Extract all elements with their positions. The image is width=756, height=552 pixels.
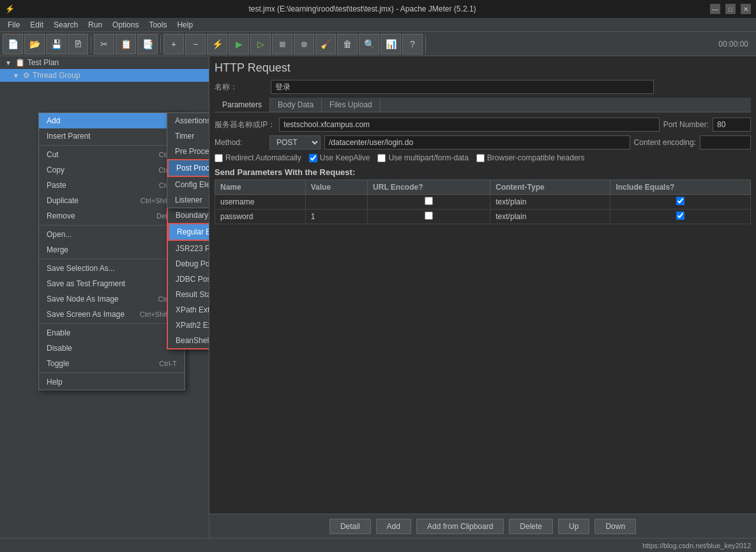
ctx-duplicate[interactable]: Duplicate Ctrl+Shift-C [39,193,185,208]
toolbar-cut[interactable]: ✂ [94,34,114,54]
toolbar-save-as[interactable]: 🖹 [68,34,88,54]
browser-headers-checkbox[interactable] [476,154,485,162]
content-enc-input[interactable] [700,135,751,150]
ctx-copy[interactable]: Copy Ctrl-C [39,162,185,178]
browser-headers-label: Browser-compatible headers [487,153,585,162]
add-from-clipboard-button[interactable]: Add from Clipboard [416,519,504,534]
submenu-listener[interactable]: Listener ▶ [167,192,209,208]
toolbar-stop[interactable]: ⏹ [272,34,292,54]
col-value: Value [305,180,367,195]
keepalive-checkbox[interactable] [309,154,317,162]
pp-beanshell[interactable]: BeanShell PostProcessor [168,333,209,348]
redirect-checkbox-label: Redirect Automatically [215,153,301,162]
ctx-paste[interactable]: Paste Ctrl-V [39,178,185,193]
ctx-save-fragment[interactable]: Save as Test Fragment [39,276,185,291]
submenu-timer[interactable]: Timer ▶ [167,128,209,144]
toolbar-run-thread[interactable]: ▷ [250,34,271,54]
cell-value-2: 1 [305,210,367,224]
submenu-assertions[interactable]: Assertions ▶ [167,113,209,128]
submenu-postprocessors-trigger[interactable]: Post Processors ▶ [167,159,209,177]
tab-body-data[interactable]: Body Data [270,98,322,112]
menu-tools[interactable]: Tools [144,19,172,31]
delete-button[interactable]: Delete [509,519,553,534]
tree-plan-icon: 📋 [15,58,25,67]
down-button[interactable]: Down [594,519,636,534]
server-input[interactable] [279,118,659,132]
toolbar-copy[interactable]: 📋 [116,34,136,54]
ctx-open[interactable]: Open... [39,227,185,242]
toolbar-new[interactable]: 📄 [3,34,23,54]
menu-run[interactable]: Run [83,19,107,31]
pp-regex-extractor[interactable]: Regular Expression Extractor [168,223,209,241]
add-button[interactable]: Add [376,519,411,534]
ctx-copy-label: Copy [47,165,64,174]
tab-files-upload[interactable]: Files Upload [322,98,381,112]
toolbar-search[interactable]: 🔍 [359,34,379,54]
pp-boundary-extractor[interactable]: Boundary Extractor [168,208,209,223]
app-icon: ⚡ [5,4,15,13]
tree-test-plan[interactable]: ▼ 📋 Test Plan [0,56,209,69]
toolbar-collapse[interactable]: − [185,34,206,54]
maximize-button[interactable]: □ [725,4,736,14]
ctx-cut[interactable]: Cut Ctrl-X [39,147,185,162]
ctx-remove-label: Remove [47,211,75,220]
ctx-enable[interactable]: Enable [39,325,185,341]
submenu-config-element[interactable]: Config Element ▶ [167,177,209,192]
pp-jdbc[interactable]: JDBC PostProcessor [168,272,209,287]
ctx-sep-4 [39,323,185,324]
detail-button[interactable]: Detail [329,519,371,534]
status-url: https://blog.csdn.net/blue_key2012 [642,542,751,549]
urlencode-cb-2[interactable] [425,211,433,220]
ctx-merge[interactable]: Merge [39,242,185,257]
pp-xpath2[interactable]: XPath2 Extractor [168,318,209,333]
ctx-save-selection[interactable]: Save Selection As... [39,261,185,276]
keepalive-checkbox-label: Use KeepAlive [309,153,370,162]
close-button[interactable]: ✕ [741,4,751,14]
toolbar-save[interactable]: 💾 [46,34,66,54]
tree-thread-group[interactable]: ▼ ⚙ Thread Group [0,69,209,82]
menu-edit[interactable]: Edit [25,19,49,31]
toolbar-expand[interactable]: + [163,34,184,54]
port-input[interactable] [713,118,751,132]
ctx-add[interactable]: Add ▶ [39,113,185,128]
toolbar-stop2[interactable]: ⏺ [294,34,314,54]
includeequals-cb-1[interactable] [676,197,684,205]
menu-file[interactable]: File [3,19,25,31]
pp-jsr223[interactable]: JSR223 PostProcessor [168,241,209,256]
includeequals-cb-2[interactable] [676,211,684,220]
toolbar-help-btn[interactable]: ? [402,34,423,54]
submenu-listener-label: Listener [175,195,202,204]
ctx-insert-parent[interactable]: Insert Parent ▶ [39,128,185,144]
keepalive-label: Use KeepAlive [320,153,370,162]
ctx-save-screen-image[interactable]: Save Screen As Image Ctrl+Shift-G [39,307,185,322]
ctx-disable[interactable]: Disable [39,341,185,356]
cell-includeequals-1 [610,195,751,210]
pp-debug[interactable]: Debug PostProcessor [168,256,209,272]
path-input[interactable] [324,135,630,150]
toolbar-open[interactable]: 📂 [24,34,45,54]
toolbar-run[interactable]: ▶ [229,34,249,54]
ctx-help[interactable]: Help [39,374,185,390]
multipart-checkbox[interactable] [377,154,386,162]
tab-parameters[interactable]: Parameters [215,98,270,112]
up-button[interactable]: Up [558,519,589,534]
name-input[interactable] [271,80,654,94]
pp-xpath[interactable]: XPath Extractor [168,302,209,318]
toolbar-toggle-btn[interactable]: ⚡ [207,34,227,54]
menu-search[interactable]: Search [49,19,83,31]
toolbar-clear[interactable]: 🧹 [315,34,336,54]
toolbar-paste[interactable]: 📑 [137,34,158,54]
method-select[interactable]: POST GET PUT DELETE [269,135,321,150]
ctx-remove[interactable]: Remove Delete [39,208,185,224]
ctx-toggle[interactable]: Toggle Ctrl-T [39,356,185,371]
minimize-button[interactable]: — [710,4,720,14]
toolbar-report[interactable]: 📊 [381,34,401,54]
submenu-preprocessors[interactable]: Pre Processors ▶ [167,144,209,159]
menu-help[interactable]: Help [172,19,198,31]
pp-result-status[interactable]: Result Status Action Handler [168,287,209,302]
menu-options[interactable]: Options [107,19,144,31]
toolbar-clear-all[interactable]: 🗑 [337,34,358,54]
redirect-checkbox[interactable] [215,154,223,162]
ctx-save-node-image[interactable]: Save Node As Image Ctrl-G [39,291,185,307]
urlencode-cb-1[interactable] [425,197,433,205]
